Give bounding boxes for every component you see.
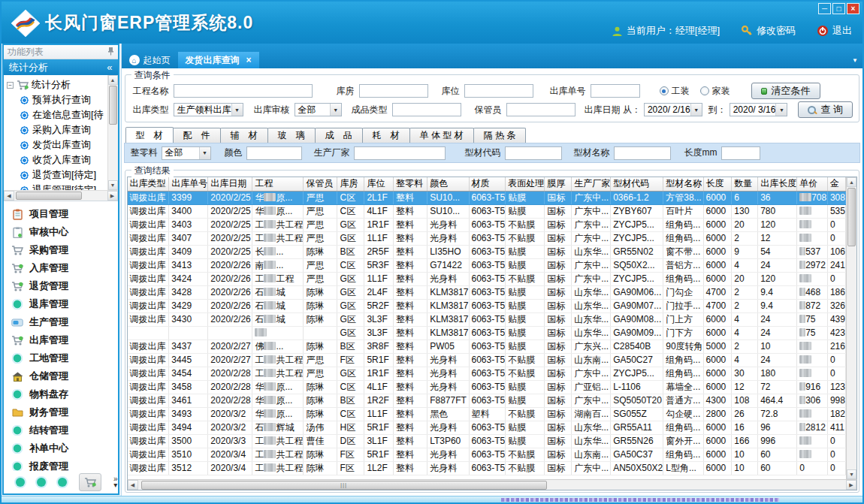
table-row[interactable]: 调拨出库34072020/2/25工共工程严思G区1L1F整料光身料6063-T… xyxy=(128,231,846,245)
sidebar-item-物料盘存[interactable]: 物料盘存 xyxy=(4,385,118,403)
scroll-up-icon[interactable]: ▲ xyxy=(847,177,856,187)
tree-hscroll-thumb[interactable] xyxy=(16,192,82,200)
table-row[interactable]: G区3L3F整料KLM38176063-T5贴膜国标山东华...GA90M09.… xyxy=(128,326,846,340)
tree-item[interactable]: 发货出库查询 xyxy=(7,137,107,152)
tab-shipment-query[interactable]: 发货出库查询 × xyxy=(178,52,259,68)
collapse-icon[interactable]: « xyxy=(107,62,112,73)
column-header[interactable]: 工程 xyxy=(252,177,304,191)
table-vertical-scrollbar[interactable]: ▲ ▼ xyxy=(846,177,856,479)
material-tab-5[interactable]: 成 品 xyxy=(315,128,363,143)
radio-jiazhuang[interactable]: 家装 xyxy=(700,85,730,98)
date-from-picker[interactable]: 2020/ 2/16▼ xyxy=(644,103,702,116)
cart-module-button[interactable] xyxy=(79,473,101,491)
column-header[interactable]: 长度 xyxy=(703,177,732,191)
scroll-left-icon[interactable]: ◀ xyxy=(128,480,138,490)
sidebar-item-审核中心[interactable]: 审核中心 xyxy=(4,223,118,241)
order-no-input[interactable] xyxy=(591,84,640,98)
sidebar-item-仓储管理[interactable]: 仓储管理 xyxy=(4,367,118,385)
whole-part-select[interactable]: 全部▼ xyxy=(162,146,211,160)
sidebar-item-入库管理[interactable]: 入库管理 xyxy=(4,259,118,277)
column-header[interactable]: 整零料 xyxy=(394,177,427,191)
sidebar-item-出库管理[interactable]: 出库管理 xyxy=(4,331,118,349)
length-input[interactable] xyxy=(721,146,760,160)
table-row[interactable]: 调拨出库34092020/2/25长...陈琳B区2R5F整料LI35HO606… xyxy=(128,245,846,258)
table-row[interactable]: 调拨出库35102020/3/4工共工程陈琳F区5R1F整料光身料6063-T5… xyxy=(128,448,846,461)
table-row[interactable]: 调拨出库34032020/2/25工共工程严思G区1R1F整料光身料6063-T… xyxy=(128,218,846,231)
table-scroll-thumb[interactable] xyxy=(847,188,856,246)
material-tab-8[interactable]: 隔 热 条 xyxy=(473,128,527,143)
module-dot-icon[interactable] xyxy=(16,478,25,487)
tree-item[interactable]: 在途信息查询[待 xyxy=(7,107,107,122)
scroll-down-icon[interactable]: ▼ xyxy=(847,469,856,479)
table-row[interactable]: 调拨出库34242020/2/26工工程严思G区1L1F整料光身料6063-T5… xyxy=(128,272,846,285)
maximize-button[interactable]: □ xyxy=(832,3,845,14)
material-tab-4[interactable]: 玻 璃 xyxy=(267,128,316,143)
profile-name-input[interactable] xyxy=(614,146,671,160)
scroll-right-icon[interactable]: ▶ xyxy=(107,191,118,201)
sidebar-item-退货管理[interactable]: 退货管理 xyxy=(4,277,118,295)
date-to-picker[interactable]: 2020/ 3/16▼ xyxy=(730,103,788,116)
product-type-input[interactable] xyxy=(392,103,461,116)
table-row[interactable]: 调拨出库34612020/2/28华原...陈琳B区1R2F整料F8877FT6… xyxy=(128,394,846,407)
outbound-type-select[interactable]: 生产领料出库▼ xyxy=(174,103,243,116)
minimize-button[interactable]: ─ xyxy=(818,3,831,14)
column-header[interactable]: 颜色 xyxy=(427,177,469,191)
column-header[interactable]: 出库类型 xyxy=(128,177,169,191)
column-header[interactable]: 保管员 xyxy=(304,177,337,191)
tree-expander-icon[interactable]: − xyxy=(7,82,14,89)
table-row[interactable]: 调拨出库34542020/2/28工共工程严思G区1R1F整料光身料6063-T… xyxy=(128,367,846,380)
column-header[interactable]: 出库长度 xyxy=(758,177,797,191)
clear-conditions-button[interactable]: 清空条件 xyxy=(751,83,820,99)
tree-item[interactable]: 退库管理[待定] xyxy=(7,183,107,190)
column-header[interactable]: 出库日期 xyxy=(208,177,252,191)
sidebar-item-采购管理[interactable]: 采购管理 xyxy=(4,241,118,259)
material-tab-1[interactable]: 型 材 xyxy=(125,127,174,143)
column-header[interactable]: 材质 xyxy=(469,177,506,191)
tree-item[interactable]: 预算执行查询 xyxy=(7,92,107,107)
scroll-left-icon[interactable]: ◀ xyxy=(4,191,14,201)
scroll-right-icon[interactable]: ▶ xyxy=(846,480,856,490)
column-header[interactable]: 数量 xyxy=(732,177,758,191)
tree-item[interactable]: 收货入库查询 xyxy=(7,152,107,167)
sidebar-item-工地管理[interactable]: 工地管理 xyxy=(4,349,118,367)
table-row[interactable]: 调拨出库34452020/2/27工共工程严思F区5R1F整料光身料6063-T… xyxy=(128,353,846,367)
material-tab-6[interactable]: 耗 材 xyxy=(362,128,410,143)
material-tab-7[interactable]: 单 体 型 材 xyxy=(409,128,474,143)
tree-scroll-thumb[interactable] xyxy=(109,86,117,125)
column-header[interactable]: 型材名称 xyxy=(663,177,703,191)
search-button[interactable]: 查 询 xyxy=(798,101,853,118)
module-dot-icon[interactable] xyxy=(37,478,46,487)
profile-code-input[interactable] xyxy=(505,146,562,160)
table-row[interactable]: 调拨出库35002020/3/3工共工程曹佳D区3L1F整料LT3P606063… xyxy=(128,434,846,448)
tab-home[interactable]: ⌂ 起始页 xyxy=(122,52,178,68)
change-password-link[interactable]: 修改密码 xyxy=(741,24,796,38)
module-dot-icon[interactable] xyxy=(58,478,67,487)
table-row[interactable]: 调拨出库34292020/2/26石城陈琳G区5R2F整料KLM38176063… xyxy=(128,299,846,312)
sidebar-item-项目管理[interactable]: 项目管理 xyxy=(4,205,118,223)
scroll-down-icon[interactable]: ▼ xyxy=(108,180,118,190)
audit-select[interactable]: 全部▼ xyxy=(295,103,342,116)
table-row[interactable]: 调拨出库34002020/2/25华原...严思C区4L1F整料SU10...6… xyxy=(128,204,846,218)
column-header[interactable]: 表面处理 xyxy=(506,177,545,191)
table-row[interactable]: 调拨出库34942020/3/2石辉城汤伟H区5R1F整料光身料6063-T5贴… xyxy=(128,421,846,434)
table-row[interactable]: 调拨出库33992020/2/25华原...严思C区2L1F整料SU10...6… xyxy=(128,191,846,204)
table-horizontal-scrollbar[interactable]: ◀ ▶ xyxy=(127,479,857,490)
column-header[interactable]: 型材代码 xyxy=(611,177,663,191)
logout-link[interactable]: 退出 xyxy=(817,24,852,38)
more-modules-button[interactable]: »▾ xyxy=(113,476,118,488)
table-row[interactable]: 调拨出库34932020/3/2华原...陈琳C区1L1F整料黑色塑料不贴膜国标… xyxy=(128,407,846,421)
column-header[interactable]: 库房 xyxy=(337,177,364,191)
column-header[interactable]: 金 xyxy=(827,177,845,191)
sidebar-item-财务管理[interactable]: 财务管理 xyxy=(4,403,118,421)
sidebar-item-生产管理[interactable]: 生产管理 xyxy=(4,313,118,331)
warehouse-input[interactable] xyxy=(359,84,428,98)
sidebar-item-结转管理[interactable]: 结转管理 xyxy=(4,421,118,439)
material-tab-3[interactable]: 辅 材 xyxy=(220,128,268,143)
table-row[interactable]: 调拨出库34282020/2/26石城陈琳G区2L4F整料KLM38176063… xyxy=(128,285,846,299)
tab-close-icon[interactable]: × xyxy=(246,55,252,65)
location-input[interactable] xyxy=(464,84,533,98)
pin-icon[interactable] xyxy=(107,47,114,57)
column-header[interactable]: 单价 xyxy=(797,177,828,191)
table-hscroll-thumb[interactable] xyxy=(141,481,547,490)
tree-root[interactable]: − 统计分析 xyxy=(7,77,107,92)
